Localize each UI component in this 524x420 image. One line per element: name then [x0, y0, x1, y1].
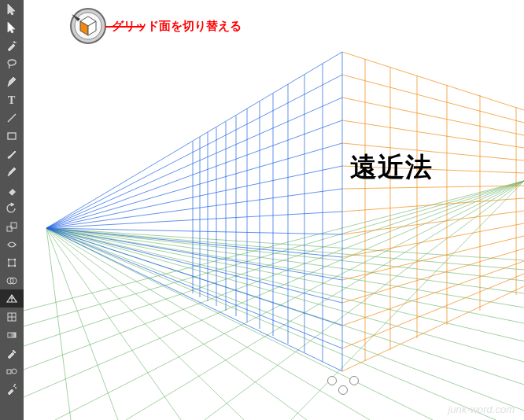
svg-line-81: [342, 120, 524, 148]
svg-line-85: [342, 198, 524, 212]
perspective-text: 遠近法: [350, 149, 433, 186]
shape-builder-tool[interactable]: [0, 271, 24, 289]
blend-tool[interactable]: [0, 362, 24, 380]
grid-handle-center[interactable]: [338, 385, 348, 395]
svg-line-78: [342, 52, 524, 110]
pencil-tool[interactable]: [0, 163, 24, 181]
svg-line-89: [342, 249, 524, 303]
svg-rect-5: [9, 260, 15, 266]
svg-line-35: [46, 228, 370, 420]
svg-line-80: [342, 98, 524, 135]
svg-rect-2: [8, 133, 16, 139]
svg-line-51: [46, 75, 342, 228]
plane-switching-widget[interactable]: [69, 7, 107, 45]
svg-point-22: [14, 384, 16, 385]
svg-line-99: [24, 181, 524, 228]
svg-line-88: [342, 236, 524, 280]
svg-point-9: [14, 264, 16, 266]
svg-line-30: [46, 228, 524, 362]
canvas-area[interactable]: 遠近法 グリッド面を切り替える junk-word.com: [24, 0, 524, 420]
svg-point-8: [8, 264, 9, 266]
lasso-tool[interactable]: [0, 54, 24, 72]
watermark: junk-word.com: [448, 403, 515, 415]
rotate-tool[interactable]: [0, 199, 24, 217]
svg-line-92: [342, 286, 524, 371]
eyedropper-tool[interactable]: [0, 344, 24, 362]
line-segment-tool[interactable]: [0, 109, 24, 127]
svg-point-6: [8, 258, 9, 260]
svg-line-79: [342, 75, 524, 123]
scale-tool[interactable]: [0, 217, 24, 235]
perspective-grid-tool[interactable]: [0, 289, 24, 308]
svg-point-21: [15, 387, 17, 389]
svg-line-40: [46, 228, 71, 420]
svg-line-49: [291, 181, 524, 420]
svg-rect-18: [7, 370, 11, 374]
svg-text:T: T: [8, 94, 16, 106]
svg-line-54: [46, 143, 342, 228]
direct-selection-tool[interactable]: [0, 18, 24, 36]
svg-line-28: [46, 228, 524, 323]
gradient-tool[interactable]: [0, 326, 24, 344]
svg-line-36: [46, 228, 307, 420]
free-transform-tool[interactable]: [0, 253, 24, 271]
eraser-tool[interactable]: [0, 181, 24, 199]
svg-line-64: [46, 228, 342, 371]
annotation-label: グリッド面を切り替える: [112, 19, 242, 34]
symbol-sprayer-tool[interactable]: [0, 380, 24, 398]
svg-line-50: [46, 52, 342, 228]
svg-line-87: [342, 223, 524, 257]
grid-handle-right[interactable]: [349, 376, 359, 385]
svg-line-26: [46, 228, 524, 293]
mesh-tool[interactable]: [0, 308, 24, 326]
selection-tool[interactable]: [0, 0, 24, 18]
svg-point-20: [13, 385, 15, 387]
svg-line-84: [342, 186, 524, 189]
svg-point-19: [12, 369, 17, 374]
svg-line-27: [46, 228, 524, 308]
svg-line-47: [126, 181, 524, 420]
svg-rect-17: [8, 333, 16, 337]
grid-handle-left[interactable]: [327, 376, 337, 385]
magic-wand-tool[interactable]: [0, 36, 24, 54]
svg-line-86: [342, 211, 524, 234]
svg-line-1: [8, 114, 16, 122]
svg-line-63: [46, 228, 342, 348]
type-tool[interactable]: T: [0, 90, 24, 109]
rectangle-tool[interactable]: [0, 127, 24, 145]
svg-line-39: [46, 228, 118, 420]
svg-point-7: [14, 258, 16, 260]
width-tool[interactable]: [0, 235, 24, 253]
svg-line-41: [24, 181, 524, 311]
svg-line-46: [55, 181, 524, 420]
pen-tool[interactable]: [0, 72, 24, 90]
svg-line-91: [342, 274, 524, 348]
svg-line-53: [46, 120, 342, 228]
svg-line-57: [46, 212, 342, 228]
perspective-grid: [24, 0, 524, 420]
toolbox: T: [0, 0, 24, 420]
paintbrush-tool[interactable]: [0, 145, 24, 163]
svg-line-55: [46, 166, 342, 228]
svg-line-60: [46, 228, 342, 280]
